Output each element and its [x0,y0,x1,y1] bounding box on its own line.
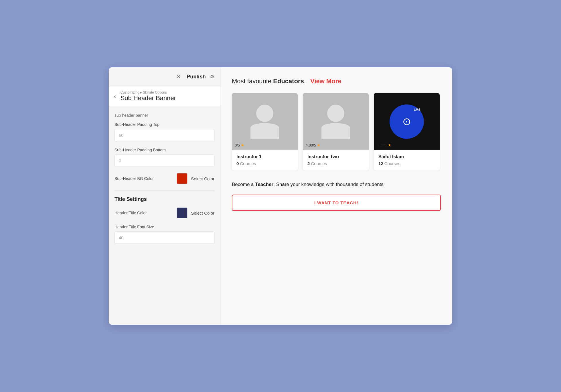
rating-badge-1: 0/5 ★ [235,143,244,147]
header-title-color-row: Header Title Color Select Color [114,207,214,218]
instructor-name-1: Instructor 1 [236,154,293,159]
lms-logo: LMS ⊙ [390,104,424,139]
avatar-person-2 [321,105,350,139]
educators-prefix: Most favourite [232,78,273,85]
courses-count-3: 12 Courses [378,161,435,166]
padding-top-input[interactable] [114,129,214,141]
padding-bottom-input[interactable] [114,155,214,167]
courses-count-2: 2 Courses [307,161,364,166]
star-icon-3: ★ [388,143,392,147]
teach-button[interactable]: I WANT TO TEACH! [232,195,441,211]
header-title-color-swatch[interactable] [177,207,187,218]
teacher-text-suffix: , Share your knowledge with thousands of… [273,182,384,187]
top-bar-actions: Publish ⚙ [187,74,214,80]
instructor-avatar-1: 0/5 ★ [232,93,298,150]
teacher-text-bold: Teacher [255,182,273,187]
divider [114,190,214,191]
publish-button[interactable]: Publish [187,74,206,80]
font-size-label: Header Title Font Size [114,225,214,229]
breadcrumb-block: Customizing ▸ Skillate Options Sub Heade… [121,90,176,102]
instructor-name-2: Instructor Two [307,154,364,159]
rating-badge-2: 4.00/5 ★ [306,143,321,147]
header-title-color-select-button[interactable]: Select Color [191,211,214,215]
breadcrumb-row: ‹ Customizing ▸ Skillate Options Sub Hea… [109,86,220,106]
back-button[interactable]: ‹ [112,92,118,101]
panel-content: sub header banner Sub-Header Padding Top… [109,106,220,325]
instructor-card: 0/5 ★ Instructor 1 0 Courses [232,93,298,171]
settings-button[interactable]: ⚙ [210,74,214,80]
instructor-info-1: Instructor 1 0 Courses [232,150,298,171]
bg-color-label: Sub-Header BG Color [114,176,173,181]
rating-badge-3: 4.29/5 ★ [377,143,392,147]
bg-color-swatch[interactable] [177,173,187,184]
rating-value-2: 4.00/5 [306,143,316,147]
rating-value-1: 0/5 [235,143,240,147]
lms-label: LMS [414,108,420,111]
right-panel: Most favourite Educators. View More 0/5 … [220,67,452,325]
padding-top-label: Sub-Header Padding Top [114,122,214,127]
close-button[interactable]: ✕ [174,72,183,81]
star-icon-2: ★ [317,143,321,147]
star-icon-1: ★ [241,143,244,147]
view-more-link[interactable]: View More [310,78,341,85]
gear-icon: ⚙ [210,74,214,80]
lms-icon: ⊙ [402,116,411,128]
font-size-group: Header Title Font Size [114,225,214,244]
instructors-grid: 0/5 ★ Instructor 1 0 Courses [232,93,441,171]
section-title: Sub Header Banner [121,94,176,102]
teacher-section: Become a Teacher, Share your knowledge w… [232,181,441,211]
section-label: sub header banner [114,113,214,118]
teacher-text: Become a Teacher, Share your knowledge w… [232,181,441,188]
padding-top-group: Sub-Header Padding Top [114,122,214,141]
breadcrumb-path: Customizing ▸ Skillate Options [121,90,176,94]
instructor-avatar-3: LMS ⊙ 4.29/5 ★ [374,93,440,150]
educators-bold: Educators [273,78,304,85]
educators-dot: . [304,78,306,85]
avatar-head-1 [256,105,273,122]
instructor-info-3: Saiful Islam 12 Courses [374,150,440,171]
rating-value-3: 4.29/5 [377,143,387,147]
avatar-head-2 [327,105,344,122]
top-bar: ✕ Publish ⚙ [109,67,220,86]
font-size-input[interactable] [114,231,214,244]
teacher-text-prefix: Become a [232,182,255,187]
bg-color-select-button[interactable]: Select Color [191,176,214,181]
title-settings-heading: Title Settings [114,196,214,202]
educators-heading: Most favourite Educators. View More [232,78,441,85]
avatar-person-1 [250,105,279,139]
left-panel: ✕ Publish ⚙ ‹ Customizing ▸ Skillate Opt… [109,67,220,325]
instructor-card-2: 4.00/5 ★ Instructor Two 2 Courses [303,93,369,171]
avatar-body-2 [321,123,350,139]
courses-count-1: 0 Courses [236,161,293,166]
avatar-body-1 [250,123,279,139]
bg-color-row: Sub-Header BG Color Select Color [114,173,214,184]
header-title-color-label: Header Title Color [114,211,173,215]
instructor-name-3: Saiful Islam [378,154,435,159]
close-icon: ✕ [177,74,181,80]
instructor-info-2: Instructor Two 2 Courses [303,150,369,171]
back-icon: ‹ [114,93,116,99]
padding-bottom-label: Sub-Header Padding Bottom [114,148,214,152]
instructor-avatar-2: 4.00/5 ★ [303,93,369,150]
padding-bottom-group: Sub-Header Padding Bottom [114,148,214,167]
main-container: ✕ Publish ⚙ ‹ Customizing ▸ Skillate Opt… [109,67,452,325]
instructor-card-3: LMS ⊙ 4.29/5 ★ Saiful Islam 12 Courses [374,93,440,171]
